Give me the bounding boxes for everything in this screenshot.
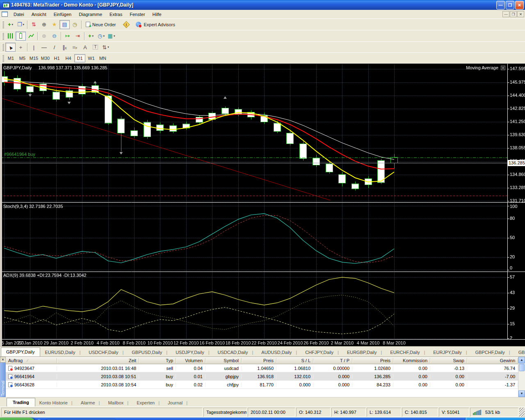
cursor-button[interactable]: ▲ (5, 43, 16, 52)
order-row-96641964[interactable]: 96641964 2010.03.08 10:51 buy 0.01 gbpjp… (6, 372, 518, 381)
tf-m30-button[interactable]: M30 (40, 54, 51, 62)
tf-m1-button[interactable]: M1 (5, 54, 16, 62)
tab-alarme[interactable]: Alarme| (77, 399, 104, 406)
vertical-line-button[interactable]: | (29, 43, 39, 52)
terminal-side-strip[interactable]: Terminal (0, 363, 6, 397)
tf-m5-button[interactable]: M5 (17, 54, 28, 62)
candlestick-button[interactable] (16, 32, 26, 41)
tab-experten[interactable]: Experten| (132, 399, 164, 406)
neue-order-button[interactable]: + Neue Order (83, 20, 119, 29)
minimize-button[interactable]: — (496, 1, 505, 9)
text-label-button[interactable]: T (90, 43, 100, 52)
menu-datei[interactable]: Datei (10, 11, 28, 18)
col-gewinn[interactable]: Gewinn (467, 358, 518, 363)
tf-m15-button[interactable]: M15 (28, 54, 39, 62)
chart-tab-usdjpy-daily[interactable]: USDJPY,Daily| (171, 349, 213, 356)
chart-window-icon[interactable] (2, 11, 8, 17)
menu-fenster[interactable]: Fenster (126, 11, 148, 18)
restore-button[interactable]: ❐ (506, 1, 514, 9)
tf-d1-button[interactable]: D1 (74, 54, 85, 62)
tf-w1-button[interactable]: W1 (86, 54, 97, 62)
toolbar-grip[interactable] (2, 21, 4, 28)
new-chart-button[interactable]: + (5, 20, 16, 29)
trendline-button[interactable]: / (49, 43, 59, 52)
chart-tab-gbpjpy-daily[interactable]: GBPJPY,Daily (1, 347, 40, 356)
scroll-up-icon[interactable]: ▲ (518, 357, 525, 363)
col-volumen[interactable]: Volumen (176, 358, 205, 363)
col-preis[interactable]: Preis (242, 358, 276, 363)
chart-tab-gbpjpy-daily-2[interactable]: GBPJPY,Daily| (514, 349, 525, 356)
remove-indicator-icon[interactable]: x (501, 66, 505, 70)
chart-tab-eurchf-daily[interactable]: EURCHF,Daily| (386, 349, 429, 356)
chart-tab-gbpchf-daily[interactable]: GBPCHF,Daily| (471, 349, 514, 356)
menu-hilfe[interactable]: Hilfe (149, 11, 165, 18)
start-button[interactable]: Start (0, 418, 35, 420)
close-button[interactable]: ✕ (515, 1, 524, 9)
tab-trading[interactable]: Trading (7, 398, 35, 406)
tab-mailbox[interactable]: Mailbox| (104, 399, 132, 406)
toolbar-grip[interactable] (2, 32, 4, 40)
col-typ[interactable]: Typ (139, 358, 176, 363)
col-symbol[interactable]: Symbol (205, 358, 242, 363)
templates-button[interactable]: ▦ (106, 32, 116, 41)
auto-scroll-button[interactable]: ↦ (62, 32, 73, 41)
toolbar-grip[interactable] (2, 43, 4, 51)
scroll-thumb[interactable] (519, 364, 525, 371)
market-watch-button[interactable]: ▤ (59, 20, 70, 29)
chart-tab-chfjpy-daily[interactable]: CHFJPY,Daily| (301, 349, 343, 356)
tab-konto-historie[interactable]: Konto Historie| (35, 399, 77, 406)
chart-tab-eurjpy-daily[interactable]: EURJPY,Daily| (429, 349, 471, 356)
navigator-button[interactable]: ⊕ (39, 20, 49, 29)
col-preis-aktuell[interactable]: Preis (352, 358, 393, 363)
col-auftrag[interactable]: Auftrag∕ (6, 358, 57, 363)
expert-advisors-button[interactable]: Expert Advisors (133, 20, 178, 29)
chart-tab-eurusd-daily[interactable]: EURUSD,Daily| (41, 349, 85, 356)
line-chart-button[interactable] (26, 32, 36, 41)
horizontal-line-button[interactable]: — (39, 43, 49, 52)
favorites-button[interactable]: ★ (49, 20, 59, 29)
chart-tab-audusd-daily[interactable]: AUDUSD,Daily| (257, 349, 301, 356)
chart-shift-button[interactable]: ⇥ (73, 32, 83, 41)
text-button[interactable]: A (80, 43, 90, 52)
arrows-button[interactable]: ⇅ (100, 43, 111, 52)
profiles-button[interactable]: ❐ (16, 20, 26, 29)
chart-tab-eurgbp-daily[interactable]: EURGBP,Daily| (343, 349, 386, 356)
bar-chart-button[interactable] (5, 32, 16, 41)
fibonacci-button[interactable]: ≡F (70, 43, 80, 52)
data-window-button[interactable]: ◷ (70, 20, 80, 29)
tf-h4-button[interactable]: H4 (63, 54, 74, 62)
indicators-button[interactable]: + (86, 32, 96, 41)
channel-button[interactable]: ∥E (59, 43, 70, 52)
tab-journal[interactable]: Journal| (164, 399, 192, 406)
tf-h1-button[interactable]: H1 (51, 54, 62, 62)
chart-tab-usdchf-daily[interactable]: USDCHF,Daily| (84, 349, 128, 356)
resize-grip[interactable] (519, 408, 525, 417)
menu-einfuegen[interactable]: Einfügen (50, 11, 75, 18)
menu-ansicht[interactable]: Ansicht (28, 11, 50, 18)
terminal-scrollbar[interactable]: ▲ ▼ (518, 357, 525, 397)
crosshair-button[interactable]: + (16, 43, 26, 52)
col-tp[interactable]: T / P (313, 358, 352, 363)
tick-chart-button[interactable]: ⇅ (29, 20, 39, 29)
order-row-94923647[interactable]: 94923647 2010.03.01 16:48 sell 0.04 usdc… (6, 364, 518, 372)
order-row-96643628[interactable]: 96643628 2010.03.08 10:54 buy 0.02 chfjp… (6, 381, 518, 389)
tf-mn-button[interactable]: MN (97, 54, 108, 62)
menu-extras[interactable]: Extras (106, 11, 126, 18)
col-swap[interactable]: Swap (430, 358, 467, 363)
menu-diagramme[interactable]: Diagramme (75, 11, 106, 18)
terminal-close-icon[interactable]: ✕ (0, 357, 6, 363)
mdi-minimize-button[interactable]: — (502, 11, 509, 17)
scroll-down-icon[interactable]: ▼ (518, 390, 525, 397)
chart-tab-gbpusd-daily[interactable]: GBPUSD,Daily| (128, 349, 171, 356)
col-sl[interactable]: S / L (276, 358, 313, 363)
zoom-out-button[interactable]: ⊖ (49, 32, 59, 41)
toolbar-grip[interactable] (2, 55, 4, 62)
alert-button[interactable]: ! (121, 20, 131, 29)
periods-button[interactable]: ◷ (96, 32, 106, 41)
chart-tab-usdcad-daily[interactable]: USDCAD,Daily| (214, 349, 258, 356)
mdi-close-button[interactable]: ✕ (517, 11, 524, 17)
col-zeit[interactable]: Zeit (57, 358, 139, 363)
price-chart-canvas[interactable] (0, 64, 525, 346)
mdi-restore-button[interactable]: ❐ (510, 11, 517, 17)
zoom-in-button[interactable]: ⊕ (39, 32, 49, 41)
